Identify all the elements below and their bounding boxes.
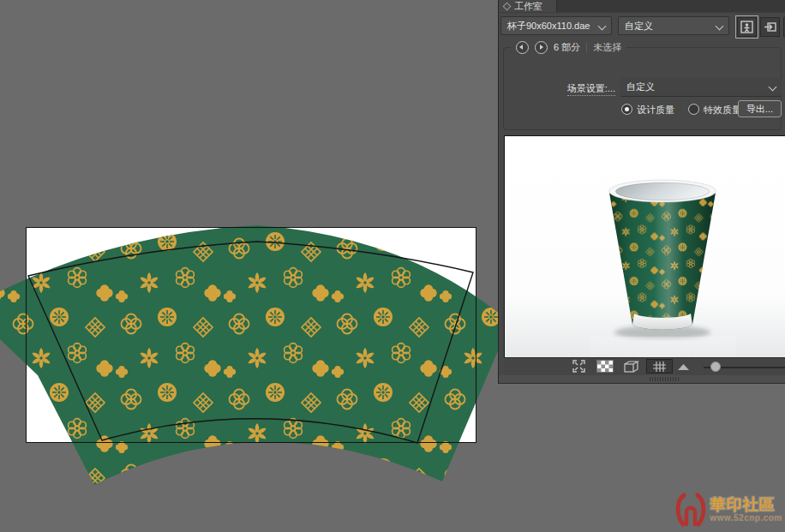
preview-toolbar	[504, 357, 785, 375]
scene-select-value: 自定义	[626, 81, 655, 93]
watermark-site-url: www.52cnp.com	[710, 514, 782, 523]
panel-collapse-icon[interactable]	[503, 2, 512, 10]
background-toggle-button[interactable]	[596, 360, 614, 373]
tab-studio[interactable]: 工作室	[499, 0, 557, 12]
design-quality-radio[interactable]	[621, 104, 632, 115]
orbit-object-tool-button[interactable]	[737, 17, 757, 37]
grid-icon	[653, 362, 666, 372]
arrow-into-box-icon	[764, 21, 776, 33]
document-canvas[interactable]	[0, 0, 498, 532]
parts-legend: 6 部分 未选择	[511, 41, 626, 54]
triangle-up-icon	[678, 364, 689, 370]
parts-group: 6 部分 未选择 场景设置:... 自定义 设计质量 特效质量 导出...	[503, 41, 782, 130]
chevron-down-icon	[598, 22, 607, 31]
zoom-slider-knob[interactable]	[710, 362, 721, 372]
figure-in-box-icon	[740, 21, 753, 33]
parts-count-label: 6 部分	[554, 41, 580, 54]
cup-3d-model	[609, 180, 716, 330]
chevron-down-icon	[716, 22, 724, 31]
tab-studio-label: 工作室	[514, 0, 542, 13]
watermark: 華印社區 www.52cnp.com	[674, 492, 782, 528]
huayin-logo-icon	[674, 492, 708, 528]
3d-cup-render	[505, 136, 785, 357]
right-arrow-icon	[540, 45, 543, 50]
design-quality-label[interactable]: 设计质量	[637, 104, 674, 117]
3d-preview-viewport[interactable]	[504, 135, 785, 357]
fit-view-button[interactable]	[572, 360, 585, 373]
effects-quality-label[interactable]: 特效质量	[704, 104, 741, 117]
studio-panel: 工作室 杯子90x60x110.dae 自定义 6 部分 未选择	[498, 0, 785, 384]
place-in-scene-tool-button[interactable]	[760, 17, 780, 37]
next-part-button[interactable]	[535, 41, 548, 54]
effects-quality-radio[interactable]	[688, 104, 699, 115]
show-box-button[interactable]	[624, 361, 639, 373]
reflection-fade	[590, 337, 736, 357]
model-select[interactable]: 杯子90x60x110.dae	[500, 16, 612, 35]
cup-template-artwork	[0, 0, 498, 532]
show-grid-button[interactable]	[646, 359, 673, 374]
panel-tab-bar: 工作室	[499, 0, 785, 13]
watermark-site-name: 華印社區	[710, 497, 776, 512]
selection-status: 未选择	[593, 41, 621, 54]
expand-arrows-icon	[572, 360, 585, 373]
cube-wireframe-icon	[624, 361, 639, 373]
export-button[interactable]: 导出...	[738, 100, 782, 117]
model-select-value: 杯子90x60x110.dae	[507, 20, 590, 33]
scene-settings-link[interactable]: 场景设置:...	[567, 82, 615, 96]
chevron-down-icon	[769, 83, 777, 92]
checkerboard-icon	[597, 361, 613, 372]
scene-select[interactable]: 自定义	[620, 78, 782, 97]
preset-select-value: 自定义	[625, 20, 653, 33]
previous-part-button[interactable]	[516, 41, 529, 54]
camera-angle-button[interactable]	[678, 364, 689, 370]
grip-hatch-icon	[650, 377, 680, 381]
watermark-text: 華印社區 www.52cnp.com	[710, 497, 782, 523]
panel-resize-grip[interactable]	[499, 375, 785, 384]
legend-separator	[586, 43, 587, 52]
preset-select[interactable]: 自定义	[618, 16, 729, 35]
left-arrow-icon	[519, 45, 523, 50]
